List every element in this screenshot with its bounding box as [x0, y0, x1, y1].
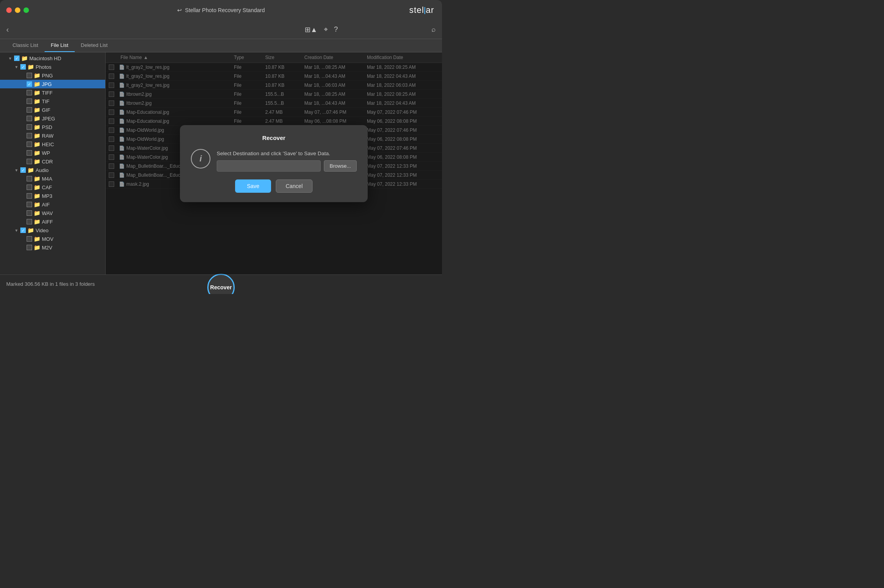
folder-icon: 📁 [34, 158, 40, 165]
sidebar-item-video[interactable]: ▼ 📁 Video [0, 226, 105, 235]
wp-checkbox[interactable] [27, 150, 32, 156]
heic-checkbox[interactable] [27, 142, 32, 147]
folder-icon: 📁 [27, 64, 34, 70]
sidebar-item-wp[interactable]: 📁 WP [0, 149, 105, 157]
sidebar-item-tiff[interactable]: 📁 TIFF [0, 88, 105, 97]
tiff-checkbox[interactable] [27, 90, 32, 95]
folder-icon: 📁 [21, 55, 28, 61]
sidebar-item-jpg[interactable]: 📁 JPG [0, 80, 105, 88]
aiff-checkbox[interactable] [27, 219, 32, 224]
sidebar-label: M2V [42, 245, 52, 251]
macintosh-hd-checkbox[interactable] [14, 56, 20, 61]
sidebar-label: PNG [42, 73, 53, 79]
sidebar-item-m2v[interactable]: 📁 M2V [0, 243, 105, 252]
mp3-checkbox[interactable] [27, 193, 32, 199]
help-icon[interactable]: ? [334, 25, 338, 34]
sidebar-label: Macintosh HD [29, 56, 61, 61]
folder-icon: 📁 [34, 201, 40, 208]
sidebar-label: GIF [42, 107, 50, 113]
back-button[interactable]: ‹ [6, 25, 9, 34]
modal-overlay: Recover i Select Destination and click '… [106, 52, 442, 274]
tab-classic-list[interactable]: Classic List [6, 39, 45, 52]
raw-checkbox[interactable] [27, 133, 32, 138]
wrench-icon[interactable]: ⌖ [324, 25, 328, 34]
gif-checkbox[interactable] [27, 107, 32, 113]
psd-checkbox[interactable] [27, 124, 32, 130]
folder-icon: 📁 [34, 176, 40, 182]
folder-icon: 📁 [34, 115, 40, 122]
m2v-checkbox[interactable] [27, 245, 32, 250]
sidebar-label: Audio [36, 167, 49, 173]
sidebar-item-gif[interactable]: 📁 GIF [0, 106, 105, 114]
sidebar-label: AIF [42, 202, 50, 208]
toolbar: ‹ ⊞▲ ⌖ ? ⌕ [0, 20, 442, 39]
title-label: Stellar Photo Recovery Standard [185, 7, 265, 13]
modal-title: Recover [191, 134, 357, 141]
sidebar-item-wav[interactable]: 📁 WAV [0, 209, 105, 217]
sidebar-item-heic[interactable]: 📁 HEIC [0, 140, 105, 149]
aif-checkbox[interactable] [27, 202, 32, 207]
toolbar-right: ⌕ [431, 25, 436, 34]
expand-icon: ▼ [14, 228, 19, 233]
sidebar-item-raw[interactable]: 📁 RAW [0, 131, 105, 140]
sidebar-item-tif[interactable]: 📁 TIF [0, 97, 105, 106]
sidebar-label: AIFF [42, 219, 53, 225]
photos-checkbox[interactable] [20, 64, 26, 70]
recover-button[interactable]: Recover [207, 274, 235, 294]
sidebar-item-macintosh-hd[interactable]: ▼ 📁 Macintosh HD [0, 54, 105, 63]
sidebar-label: WAV [42, 210, 53, 216]
sidebar: ▼ 📁 Macintosh HD ▼ 📁 Photos 📁 PNG 📁 JPG [0, 52, 106, 274]
maximize-button[interactable] [23, 7, 29, 13]
sidebar-label: M4A [42, 176, 52, 182]
grid-icon[interactable]: ⊞▲ [305, 25, 318, 34]
folder-icon: 📁 [34, 81, 40, 87]
jpg-checkbox[interactable] [27, 81, 32, 87]
sidebar-item-photos[interactable]: ▼ 📁 Photos [0, 63, 105, 71]
sidebar-item-jpeg[interactable]: 📁 JPEG [0, 114, 105, 123]
browse-button[interactable]: Browse... [324, 160, 357, 172]
sidebar-label: CDR [42, 159, 53, 165]
sidebar-label: WP [42, 150, 50, 156]
png-checkbox[interactable] [27, 73, 32, 78]
caf-checkbox[interactable] [27, 185, 32, 190]
destination-input[interactable] [217, 160, 321, 172]
tab-file-list[interactable]: File List [45, 39, 75, 52]
modal-message: Select Destination and click 'Save' to S… [217, 149, 357, 156]
tif-checkbox[interactable] [27, 99, 32, 104]
sidebar-label: JPEG [42, 116, 55, 122]
sidebar-item-mov[interactable]: 📁 MOV [0, 235, 105, 243]
sidebar-item-caf[interactable]: 📁 CAF [0, 183, 105, 192]
sidebar-label: CAF [42, 185, 52, 190]
expand-icon: ▼ [14, 168, 19, 172]
modal-input-row: Browse... [217, 160, 357, 172]
minimize-button[interactable] [15, 7, 20, 13]
mov-checkbox[interactable] [27, 236, 32, 242]
sidebar-item-png[interactable]: 📁 PNG [0, 71, 105, 80]
sidebar-item-mp3[interactable]: 📁 MP3 [0, 192, 105, 200]
close-button[interactable] [6, 7, 12, 13]
expand-icon: ▼ [14, 65, 19, 69]
cdr-checkbox[interactable] [27, 159, 32, 164]
toolbar-center: ⊞▲ ⌖ ? [219, 25, 424, 34]
sidebar-item-cdr[interactable]: 📁 CDR [0, 157, 105, 166]
sidebar-label: JPG [42, 81, 52, 87]
video-checkbox[interactable] [20, 228, 26, 233]
search-icon[interactable]: ⌕ [431, 25, 436, 34]
wav-checkbox[interactable] [27, 210, 32, 216]
sidebar-item-aiff[interactable]: 📁 AIFF [0, 217, 105, 226]
save-button[interactable]: Save [235, 179, 271, 193]
folder-icon: 📁 [34, 150, 40, 156]
sidebar-item-m4a[interactable]: 📁 M4A [0, 174, 105, 183]
tab-deleted-list[interactable]: Deleted List [75, 39, 114, 52]
sidebar-item-audio[interactable]: ▼ 📁 Audio [0, 166, 105, 174]
sidebar-item-aif[interactable]: 📁 AIF [0, 200, 105, 209]
audio-checkbox[interactable] [20, 167, 26, 173]
m4a-checkbox[interactable] [27, 176, 32, 181]
jpeg-checkbox[interactable] [27, 116, 32, 121]
cancel-button[interactable]: Cancel [276, 179, 313, 193]
stellar-logo: stelar [409, 5, 434, 15]
sidebar-item-psd[interactable]: 📁 PSD [0, 123, 105, 131]
folder-icon: 📁 [34, 184, 40, 190]
folder-icon: 📁 [34, 124, 40, 130]
toolbar-left: ‹ [6, 25, 211, 34]
